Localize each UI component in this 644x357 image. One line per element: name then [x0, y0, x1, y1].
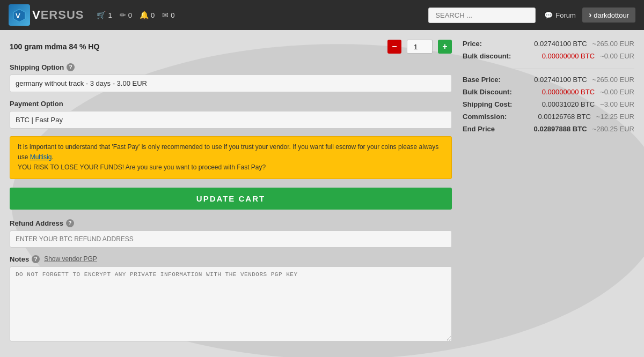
bulk-discount-detail-row: Bulk Discount: 0.00000000 BTC ~0.00 EUR: [463, 88, 634, 96]
footer-note: By clicking on "CHECKOUT", you agree to …: [0, 351, 644, 357]
commission-eur: ~12.25 EUR: [596, 113, 634, 121]
price-btc: 0.02740100 BTC: [534, 40, 587, 48]
mail-icon: [162, 11, 169, 19]
bulk-discount-summary-row: Bulk discount: 0.00000000 BTC ~0.00 EUR: [463, 52, 634, 60]
bell-nav-item[interactable]: 0: [140, 11, 155, 19]
warning-text3: YOU RISK TO LOSE YOUR FUNDS! Are you sur…: [18, 163, 266, 171]
search-input[interactable]: [428, 8, 536, 23]
multisig-link[interactable]: Multisig: [30, 153, 52, 161]
right-panel: Price: 0.02740100 BTC ~265.00 EUR Bulk d…: [452, 40, 634, 351]
cart-icon: [97, 11, 106, 19]
quantity-plus-button[interactable]: +: [438, 40, 452, 54]
shipping-cost-label: Shipping Cost:: [463, 100, 512, 108]
edit-count: 0: [128, 11, 132, 19]
forum-label: Forum: [555, 11, 576, 19]
edit-icon: [120, 11, 126, 19]
product-row: 100 gram mdma 84 % HQ − +: [10, 40, 452, 54]
notes-label: Notes ?: [10, 255, 40, 263]
show-pgp-link[interactable]: Show vendor PGP: [44, 255, 97, 263]
left-panel: 100 gram mdma 84 % HQ − + Shipping Optio…: [10, 40, 452, 351]
commission-btc: 0.00126768 BTC: [538, 113, 591, 121]
cart-nav-item[interactable]: 1: [97, 11, 112, 19]
commission-row: Commission: 0.00126768 BTC ~12.25 EUR: [463, 113, 634, 121]
header-right: Forum darkdottour: [544, 8, 635, 23]
price-label: Price:: [463, 40, 482, 48]
cart-count: 1: [108, 11, 112, 19]
base-price-eur: ~265.00 EUR: [592, 76, 634, 84]
shipping-cost-value: 0.00031020 BTC ~3.00 EUR: [542, 100, 634, 108]
price-summary-row: Price: 0.02740100 BTC ~265.00 EUR: [463, 40, 634, 48]
warning-text1: It is important to understand that 'Fast…: [18, 143, 438, 161]
bulk-discount-detail-eur: ~0.00 EUR: [600, 88, 634, 96]
logo-icon: V: [9, 4, 30, 26]
mail-nav-item[interactable]: 0: [162, 11, 174, 19]
warning-text2: .: [52, 153, 53, 161]
forum-icon: [544, 11, 553, 19]
end-price-row: End Price 0.02897888 BTC ~280.25 EUR: [463, 125, 634, 133]
main-content: 100 gram mdma 84 % HQ − + Shipping Optio…: [0, 30, 644, 351]
refund-address-label: Refund Address ?: [10, 219, 452, 227]
user-button[interactable]: darkdottour: [582, 8, 635, 23]
base-price-btc: 0.02740100 BTC: [534, 76, 587, 84]
price-eur: ~265.00 EUR: [592, 40, 634, 48]
end-price-label: End Price: [463, 125, 495, 133]
payment-option-box: BTC | Fast Pay: [10, 111, 452, 129]
edit-nav-item[interactable]: 0: [120, 11, 132, 19]
commission-label: Commission:: [463, 113, 507, 121]
shipping-cost-btc: 0.00031020 BTC: [542, 100, 595, 108]
forum-link[interactable]: Forum: [544, 11, 576, 19]
update-cart-button[interactable]: UPDATE CART: [10, 188, 452, 210]
logo-text: VERSUS: [32, 8, 84, 22]
notes-help-icon[interactable]: ?: [32, 255, 40, 263]
bulk-discount-detail-btc: 0.00000000 BTC: [542, 88, 595, 96]
bulk-discount-btc: 0.00000000 BTC: [542, 52, 595, 60]
shipping-option-label: Shipping Option ?: [10, 63, 452, 71]
notes-textarea[interactable]: [10, 266, 452, 341]
refund-section: Refund Address ?: [10, 219, 452, 248]
bulk-discount-eur: ~0.00 EUR: [600, 52, 634, 60]
search-bar: [428, 8, 536, 23]
header-icons: 1 0 0 0: [97, 11, 174, 19]
commission-value: 0.00126768 BTC ~12.25 EUR: [538, 113, 634, 121]
bulk-discount-label: Bulk discount:: [463, 52, 511, 60]
warning-box: It is important to understand that 'Fast…: [10, 136, 452, 179]
price-value: 0.02740100 BTC ~265.00 EUR: [534, 40, 634, 48]
bulk-discount-detail-value: 0.00000000 BTC ~0.00 EUR: [542, 88, 634, 96]
header: V VERSUS 1 0 0 0 Forum: [0, 0, 644, 30]
mail-count: 0: [171, 11, 174, 19]
end-price-btc: 0.02897888 BTC: [534, 125, 587, 133]
bulk-discount-value: 0.00000000 BTC ~0.00 EUR: [542, 52, 634, 60]
payment-option-label: Payment Option: [10, 100, 452, 108]
bulk-discount-detail-label: Bulk Discount:: [463, 88, 512, 96]
chevron-icon: [589, 10, 591, 20]
base-price-label: Base Price:: [463, 76, 501, 84]
end-price-value: 0.02897888 BTC ~280.25 EUR: [534, 125, 634, 133]
base-price-row: Base Price: 0.02740100 BTC ~265.00 EUR: [463, 76, 634, 84]
notes-label-row: Notes ? Show vendor PGP: [10, 255, 452, 263]
quantity-input[interactable]: [407, 40, 433, 54]
base-price-value: 0.02740100 BTC ~265.00 EUR: [534, 76, 634, 84]
product-title: 100 gram mdma 84 % HQ: [10, 42, 382, 51]
refund-help-icon[interactable]: ?: [66, 219, 74, 227]
shipping-cost-row: Shipping Cost: 0.00031020 BTC ~3.00 EUR: [463, 100, 634, 108]
logo-area: V VERSUS: [9, 4, 84, 26]
content-area: 100 gram mdma 84 % HQ − + Shipping Optio…: [0, 30, 644, 357]
divider-right: [463, 69, 634, 69]
bell-icon: [140, 11, 149, 19]
shipping-select[interactable]: germany without track - 3 days - 3.00 EU…: [10, 75, 452, 92]
svg-text:V: V: [16, 12, 20, 20]
bell-count: 0: [151, 11, 155, 19]
shipping-help-icon[interactable]: ?: [67, 63, 75, 71]
notes-section: Notes ? Show vendor PGP: [10, 255, 452, 343]
end-price-eur: ~280.25 EUR: [592, 125, 634, 133]
quantity-minus-button[interactable]: −: [387, 40, 401, 54]
username-label: darkdottour: [594, 11, 629, 19]
shipping-cost-eur: ~3.00 EUR: [600, 100, 634, 108]
refund-address-input[interactable]: [10, 230, 452, 248]
